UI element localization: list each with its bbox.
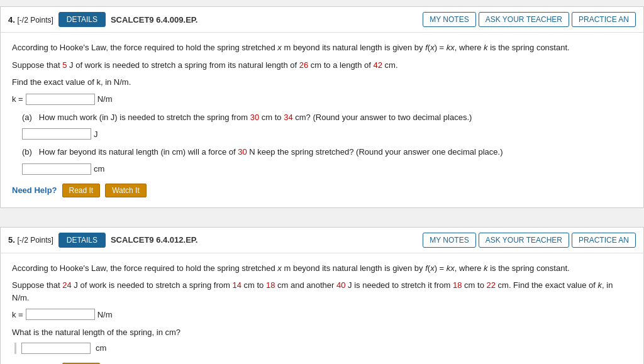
q5-details-button[interactable]: DETAILS bbox=[58, 233, 106, 248]
q5-intro: According to Hooke's Law, the force requ… bbox=[12, 262, 632, 275]
question-4-number: 4. [-/2 Points] bbox=[8, 15, 53, 25]
q5-practice-button[interactable]: PRACTICE AN bbox=[572, 233, 636, 248]
q5-val-18b: 18 bbox=[453, 280, 462, 290]
q5-natural-input[interactable] bbox=[21, 343, 91, 354]
q5-val-24: 24 bbox=[62, 280, 71, 290]
q4-num: 4. bbox=[8, 15, 15, 25]
q4-val-34: 34 bbox=[284, 113, 292, 122]
q4-code: SCALCET9 6.4.009.EP. bbox=[111, 15, 418, 25]
question-4-header: 4. [-/2 Points] DETAILS SCALCET9 6.4.009… bbox=[1, 7, 643, 33]
q5-natural-length-row: cm bbox=[14, 343, 632, 354]
q4-val-5: 5 bbox=[62, 60, 67, 70]
q4-need-help-label: Need Help? bbox=[12, 185, 57, 195]
q4-details-button[interactable]: DETAILS bbox=[58, 12, 106, 27]
q5-what-label: What is the natural length of the spring… bbox=[12, 326, 632, 339]
q4-part-b: (b) How far beyond its natural length (i… bbox=[22, 146, 632, 175]
q4-points: [-/2 Points] bbox=[17, 16, 53, 25]
question-5-header: 5. [-/2 Points] DETAILS SCALCET9 6.4.012… bbox=[1, 228, 643, 253]
q4-k-label: k = bbox=[12, 94, 23, 104]
q5-points: [-/2 Points] bbox=[17, 236, 53, 245]
q5-val-40: 40 bbox=[336, 280, 345, 290]
q4-part-a-unit: J bbox=[94, 130, 98, 139]
question-5-number: 5. [-/2 Points] bbox=[8, 235, 53, 245]
q5-k-unit: N/m bbox=[97, 310, 113, 319]
q4-val-26: 26 bbox=[299, 60, 308, 70]
q4-read-it-button[interactable]: Read It bbox=[62, 184, 101, 197]
q4-val-30b: 30 bbox=[238, 147, 247, 157]
question-5-block: 5. [-/2 Points] DETAILS SCALCET9 6.4.012… bbox=[0, 227, 644, 365]
q5-k-input[interactable] bbox=[26, 309, 95, 320]
q4-part-a: (a) How much work (in J) is needed to st… bbox=[22, 111, 632, 140]
q4-part-a-input-row: J bbox=[22, 128, 632, 140]
q5-val-22: 22 bbox=[486, 280, 495, 290]
question-4-block: 4. [-/2 Points] DETAILS SCALCET9 6.4.009… bbox=[0, 6, 644, 208]
q4-part-b-input-row: cm bbox=[22, 163, 632, 175]
q5-k-row: k = N/m bbox=[12, 309, 632, 320]
q4-part-b-unit: cm bbox=[94, 164, 104, 174]
question-4-body: According to Hooke's Law, the force requ… bbox=[1, 33, 643, 207]
q5-header-right: MY NOTES ASK YOUR TEACHER PRACTICE AN bbox=[423, 233, 636, 248]
q4-header-right: MY NOTES ASK YOUR TEACHER PRACTICE AN bbox=[423, 12, 636, 27]
q4-part-a-input[interactable] bbox=[22, 128, 91, 140]
q5-suppose: Suppose that 24 J of work is needed to s… bbox=[12, 279, 632, 304]
q4-k-unit: N/m bbox=[97, 94, 113, 104]
q4-k-input[interactable] bbox=[26, 94, 95, 105]
q4-part-b-label: (b) bbox=[22, 147, 36, 157]
q4-val-42: 42 bbox=[374, 60, 382, 70]
q4-watch-it-button[interactable]: Watch It bbox=[105, 184, 147, 197]
q5-k-label: k = bbox=[12, 310, 23, 319]
q4-k-row: k = N/m bbox=[12, 94, 632, 105]
q4-val-30a: 30 bbox=[250, 113, 259, 122]
q4-part-a-text: (a) How much work (in J) is needed to st… bbox=[22, 111, 632, 124]
spacer bbox=[0, 214, 644, 221]
q4-part-a-label: (a) bbox=[22, 113, 36, 122]
q4-practice-button[interactable]: PRACTICE AN bbox=[572, 12, 636, 27]
q5-ask-teacher-button[interactable]: ASK YOUR TEACHER bbox=[479, 233, 569, 248]
q4-ask-teacher-button[interactable]: ASK YOUR TEACHER bbox=[479, 12, 569, 27]
q4-find-k: Find the exact value of k, in N/m. bbox=[12, 76, 632, 89]
q5-val-14: 14 bbox=[232, 280, 241, 290]
q5-num: 5. bbox=[8, 235, 15, 245]
q5-natural-unit: cm bbox=[96, 343, 106, 353]
q4-my-notes-button[interactable]: MY NOTES bbox=[423, 12, 475, 27]
q4-part-b-input[interactable] bbox=[22, 163, 91, 175]
q5-code: SCALCET9 6.4.012.EP. bbox=[111, 235, 418, 245]
question-5-body: According to Hooke's Law, the force requ… bbox=[1, 253, 643, 365]
q4-suppose: Suppose that 5 J of work is needed to st… bbox=[12, 59, 632, 72]
q4-part-b-text: (b) How far beyond its natural length (i… bbox=[22, 146, 632, 158]
q5-my-notes-button[interactable]: MY NOTES bbox=[423, 233, 475, 248]
q4-intro: According to Hooke's Law, the force requ… bbox=[12, 41, 632, 54]
q5-val-18a: 18 bbox=[266, 280, 275, 290]
q4-need-help: Need Help? Read It Watch It bbox=[12, 184, 632, 197]
